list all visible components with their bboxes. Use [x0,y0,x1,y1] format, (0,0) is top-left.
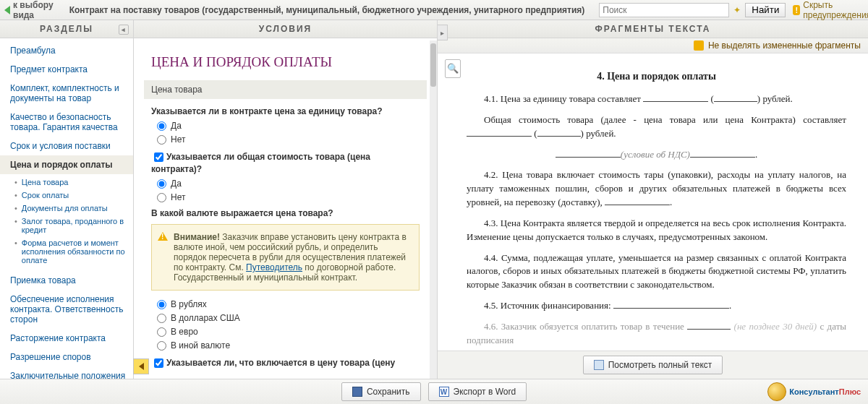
sidebar-item[interactable]: Цена и порядок оплаты [0,155,133,174]
sections-header: РАЗДЕЛЫ ◂ [0,20,133,38]
radio-input[interactable] [157,135,166,145]
currency-usd[interactable]: В долларах США [157,313,420,323]
conditions-subsection: Цена товара [144,80,427,99]
search-input[interactable] [599,3,729,17]
fragments-header: ФРАГМЕНТЫ ТЕКСТА [438,20,868,38]
contract-title: Контракт на поставку товаров (государств… [69,5,585,15]
sidebar-item[interactable]: Заключительные положения [0,366,133,379]
product-logo: КонсультантПлюс [767,382,861,401]
clause-4-6: 4.6. Заказчик обязуется оплатить товар в… [467,320,846,348]
sections-panel: РАЗДЕЛЫ ◂ ПреамбулаПредмет контрактаКомп… [0,20,134,379]
conditions-header-label: УСЛОВИЯ [259,24,312,34]
currency-other[interactable]: В иной валюте [157,340,420,351]
q2-yes[interactable]: Да [157,179,420,189]
conditions-panel: УСЛОВИЯ ЦЕНА И ПОРЯДОК ОПЛАТЫ Цена товар… [134,20,438,379]
option-label: В евро [171,327,198,337]
top-toolbar: Вернуться к выбору вида договора Контрак… [0,0,868,20]
radio-input[interactable] [157,193,166,202]
blank-field [690,149,755,158]
option-label: В иной валюте [171,340,230,351]
blank-field [467,128,532,137]
document-icon [594,360,604,370]
scrollbar[interactable] [430,40,437,379]
option-label: В рублях [171,299,207,309]
clause-4-3: 4.3. Цена Контракта является твердой и о… [467,217,846,244]
sidebar-item[interactable]: Качество и безопасность товара. Гарантия… [0,108,133,137]
prev-section-button[interactable] [133,358,149,374]
blank-field [556,149,621,158]
main-area: РАЗДЕЛЫ ◂ ПреамбулаПредмет контрактаКомп… [0,20,868,379]
sidebar-item[interactable]: Обеспечение исполнения контракта. Ответс… [0,290,133,329]
warning-icon: ! [793,5,800,15]
magic-wand-icon[interactable]: ✦ [731,4,744,17]
radio-input[interactable] [157,300,166,309]
arrow-left-icon [139,363,144,370]
no-highlight-link[interactable]: Не выделять измененные фрагменты [708,40,861,51]
scrollbar-thumb[interactable] [430,43,436,87]
fragments-footer: Посмотреть полный текст [438,351,868,379]
blank-field [605,197,670,205]
page-preview-icon[interactable]: 🔍 [445,59,461,78]
export-word-button[interactable]: W Экспорт в Word [428,382,527,401]
clause-4-5: 4.5. Источник финансирования: . [467,299,846,313]
find-button[interactable]: Найти [745,3,786,17]
question-includes: Указывается ли, что включается в цену то… [151,356,420,370]
warning-box: Внимание! Заказчик вправе установить цен… [151,224,420,291]
sidebar-item[interactable]: Приемка товара [0,271,133,290]
logo-text: Консультант [789,387,839,396]
sidebar-item[interactable]: Предмет контракта [0,60,133,79]
option-label: Нет [171,134,185,145]
conditions-header: УСЛОВИЯ [134,20,437,38]
q2-no[interactable]: Нет [157,192,420,202]
save-icon [352,387,362,397]
question-unit-price: Указывается ли в контракте цена за едини… [151,106,420,116]
blank-field [643,93,708,102]
blank-field [714,93,757,102]
sidebar-item[interactable]: Комплект, комплектность и документы на т… [0,79,133,108]
radio-input[interactable] [157,314,166,323]
sidebar-subitem[interactable]: Залог товара, проданного в кредит [14,215,126,236]
radio-input[interactable] [157,341,166,351]
fragments-content: 🔍 4. Цена и порядок оплаты 4.1. Цена за … [438,53,868,351]
fragments-panel: ФРАГМЕНТЫ ТЕКСТА ▸ Не выделять измененны… [438,20,868,379]
search-box: ✦ Найти [599,3,786,17]
question-label: Указывается ли, что включается в цену то… [166,358,395,368]
warning-triangle-icon [158,232,168,241]
blank-field [687,321,731,330]
sidebar-item[interactable]: Срок и условия поставки [0,137,133,155]
q1-yes[interactable]: Да [157,121,420,131]
radio-input[interactable] [157,121,166,131]
collapse-left-icon[interactable]: ◂ [119,25,129,35]
button-label: Посмотреть полный текст [608,360,712,370]
expand-fragments-icon[interactable]: ▸ [438,25,448,40]
currency-rub[interactable]: В рублях [157,299,420,309]
sidebar-item[interactable]: Преамбула [0,41,133,60]
view-full-text-button[interactable]: Посмотреть полный текст [583,356,723,374]
clause-4-2: 4.2. Цена товара включает стоимость тары… [467,168,846,210]
checkbox-input[interactable] [154,358,163,368]
conditions-title: ЦЕНА И ПОРЯДОК ОПЛАТЫ [151,46,420,77]
nds-line: (условие об НДС). [467,148,846,162]
question-total-price: Указывается ли общая стоимость товара (ц… [151,150,420,174]
sidebar-item[interactable]: Расторжение контракта [0,329,133,348]
save-button[interactable]: Сохранить [341,382,421,401]
currency-eur[interactable]: В евро [157,327,420,337]
q1-no[interactable]: Нет [157,134,420,145]
option-label: Да [171,121,182,131]
radio-input[interactable] [157,327,166,337]
sidebar-subitem[interactable]: Документы для оплаты [14,202,126,215]
question-currency: В какой валюте выражается цена товара? [151,208,420,218]
radio-input[interactable] [157,179,166,189]
checkbox-input[interactable] [154,152,163,162]
sidebar-subitem[interactable]: Форма расчетов и момент исполнения обяза… [14,236,126,267]
sidebar-subitem[interactable]: Цена товара [14,176,126,189]
sidebar-subitem[interactable]: Срок оплаты [14,189,126,202]
option-label: Нет [171,192,185,202]
button-label: Экспорт в Word [454,387,516,397]
sidebar-item[interactable]: Разрешение споров [0,348,133,366]
hide-warnings-label: Скрыть предупреждения [803,0,868,20]
hide-warnings-link[interactable]: ! Скрыть предупреждения [793,0,868,20]
guide-link[interactable]: Путеводитель [246,262,302,272]
sidebar-subnav: Цена товараСрок оплатыДокументы для опла… [0,174,133,271]
fragment-title: 4. Цена и порядок оплаты [467,71,846,82]
